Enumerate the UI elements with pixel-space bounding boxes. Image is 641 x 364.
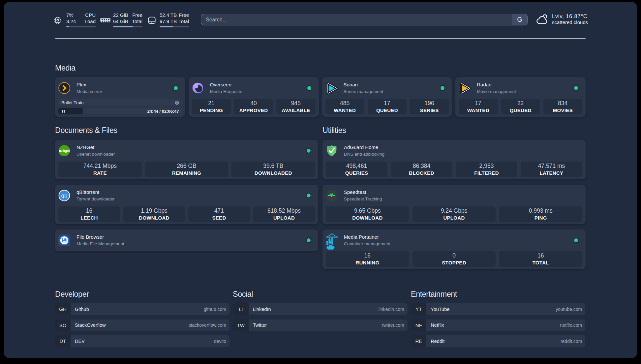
svg-text:qb: qb [61,193,68,199]
svg-text:nzbget: nzbget [59,149,70,153]
